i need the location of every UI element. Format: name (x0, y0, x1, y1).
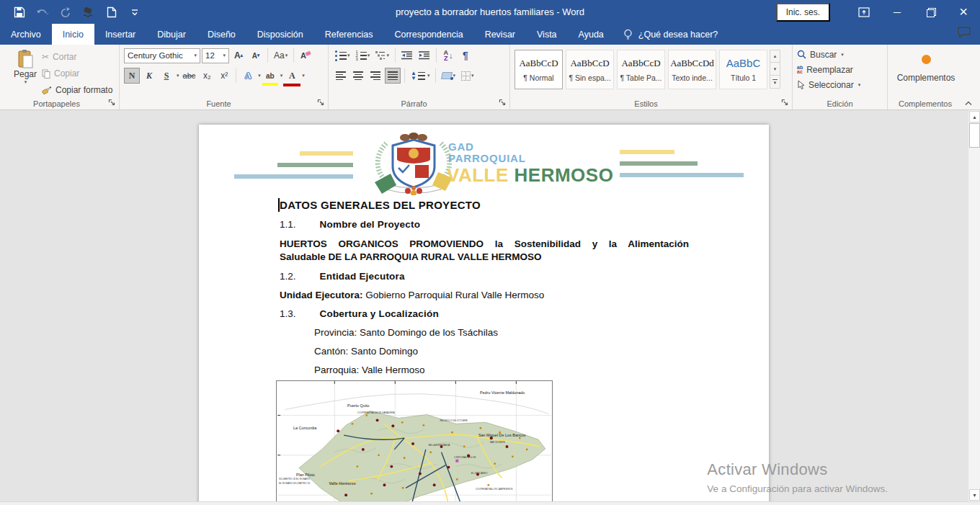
addins-button[interactable]: Complementos (897, 73, 956, 83)
style-table-paragraph[interactable]: AaBbCcD ¶ Table Pa... (617, 50, 665, 89)
shading-button[interactable]: ▾ (440, 68, 458, 84)
align-center-icon (353, 71, 363, 80)
borders-button[interactable]: ▾ (459, 68, 476, 84)
decrease-indent-button[interactable] (399, 48, 415, 63)
align-right-icon (370, 71, 380, 80)
subscript-button[interactable]: x₂ (199, 68, 215, 84)
italic-button[interactable]: K (141, 68, 157, 84)
align-center-button[interactable] (350, 68, 366, 84)
restore-button[interactable] (914, 0, 947, 24)
select-button[interactable]: Seleccionar ▾ (797, 78, 884, 91)
numbering-button[interactable]: 123 ▾ (354, 48, 373, 63)
undo-icon[interactable] (36, 6, 49, 19)
style-texto-independiente[interactable]: AaBbCcDd Texto inde... (668, 50, 716, 89)
styles-scroll-down-icon[interactable]: ▼ (770, 63, 780, 76)
strikethrough-button[interactable]: abc (181, 68, 198, 84)
group-label-editing: Edición (793, 99, 887, 108)
tab-revisar[interactable]: Revisar (474, 24, 526, 45)
comments-icon[interactable] (957, 26, 971, 38)
find-button[interactable]: Buscar ▾ (797, 48, 884, 61)
chevron-down-icon[interactable]: ▾ (280, 73, 283, 79)
minimize-button[interactable]: ─ (881, 0, 914, 24)
new-document-icon[interactable] (105, 6, 118, 19)
tab-referencias[interactable]: Referencias (314, 24, 384, 45)
title-bar: proyecto a borrador huertos familiares -… (0, 0, 980, 24)
collapse-ribbon-icon[interactable] (964, 100, 973, 107)
increase-indent-icon (419, 51, 429, 60)
change-case-button[interactable]: Aa▾ (272, 48, 290, 63)
sort-button[interactable]: AZ ↓ (440, 48, 456, 63)
scroll-down-icon[interactable]: ▼ (969, 489, 980, 501)
style-sin-espaciado[interactable]: AaBbCcD ¶ Sin espa... (566, 50, 614, 89)
style-normal[interactable]: AaBbCcD ¶ Normal (514, 50, 563, 89)
ribbon-display-options-icon[interactable] (847, 0, 881, 24)
underline-button[interactable]: S (159, 68, 174, 84)
increase-indent-button[interactable] (416, 48, 432, 63)
document-page[interactable]: GAD PARROQUIAL VALLE HERMOSO DATOS GENER… (199, 125, 769, 505)
tab-ayuda[interactable]: Ayuda (568, 24, 615, 45)
map-label-small: EL ROSARIO KILOMETRO 31 (279, 482, 310, 485)
styles-gallery-more-icon[interactable]: ▼ (770, 76, 780, 89)
superscript-button[interactable]: x² (216, 68, 232, 84)
tab-insertar[interactable]: Insertar (94, 24, 146, 45)
highlight-button[interactable]: ab (262, 68, 278, 84)
replace-icon: abac (797, 66, 803, 74)
line-spacing-button[interactable]: ▲▼ ▾ (409, 68, 432, 84)
group-clipboard: Pegar ▾ ✂ Cortar Copiar Copiar formato P… (4, 45, 120, 110)
tab-diseno[interactable]: Diseño (197, 24, 246, 45)
eraser-icon[interactable] (82, 6, 95, 19)
sign-in-button[interactable]: Inic. ses. (776, 3, 830, 22)
chevron-down-icon[interactable]: ▾ (302, 73, 305, 79)
font-color-button[interactable]: A (284, 68, 300, 84)
tab-dibujar[interactable]: Dibujar (146, 24, 197, 45)
sort-icon: AZ (443, 50, 448, 61)
clipboard-dialog-launcher-icon[interactable] (108, 99, 117, 107)
chevron-down-icon[interactable]: ▾ (177, 73, 179, 79)
location-map-image[interactable]: Puerto Quito Pedro Vicente Maldonado La … (276, 380, 553, 505)
cut-button[interactable]: ✂ Cortar (42, 50, 112, 63)
font-dialog-launcher-icon[interactable] (317, 99, 326, 107)
text-effects-button[interactable]: A (240, 68, 256, 84)
style-titulo-1[interactable]: AaBbC Título 1 (719, 50, 767, 89)
close-button[interactable]: × (947, 0, 980, 24)
tab-disposicion[interactable]: Disposición (246, 24, 314, 45)
redo-icon[interactable] (59, 6, 72, 19)
clear-formatting-button[interactable]: A (298, 48, 313, 63)
bold-button[interactable]: N (124, 68, 140, 84)
styles-scroll-up-icon[interactable]: ▲ (770, 50, 780, 63)
group-label-addins: Complementos (888, 99, 963, 108)
chevron-down-icon[interactable]: ▾ (258, 73, 261, 79)
vertical-scrollbar[interactable]: ▲ ▼ (968, 110, 980, 501)
tab-vista[interactable]: Vista (526, 24, 568, 45)
unidad-ejecutora-label: Unidad Ejecutora: (280, 290, 363, 300)
paste-button[interactable]: Pegar ▾ (9, 48, 42, 98)
logo-valle-hermoso: VALLE HERMOSO (447, 164, 613, 187)
replace-button[interactable]: abac Reemplazar (797, 63, 884, 76)
scrollbar-thumb[interactable] (969, 123, 980, 148)
styles-dialog-launcher-icon[interactable] (781, 99, 790, 107)
format-painter-button[interactable]: Copiar formato (42, 84, 112, 97)
justify-button[interactable] (385, 68, 401, 84)
tab-inicio[interactable]: Inicio (52, 24, 94, 45)
qat-customize-icon[interactable] (128, 6, 141, 19)
scroll-up-icon[interactable]: ▲ (969, 111, 980, 122)
copy-button[interactable]: Copiar (42, 67, 112, 80)
tab-archivo[interactable]: Archivo (0, 24, 52, 45)
align-left-button[interactable] (333, 68, 349, 84)
find-label: Buscar (810, 50, 837, 60)
tab-correspondencia[interactable]: Correspondencia (383, 24, 473, 45)
svg-text:A: A (300, 51, 306, 60)
show-marks-button[interactable]: ¶ (458, 48, 473, 63)
paragraph-dialog-launcher-icon[interactable] (499, 99, 507, 107)
grow-font-button[interactable]: A▴ (231, 48, 246, 63)
unidad-ejecutora-line: Unidad Ejecutora: Gobierno Parroquial Ru… (280, 290, 544, 300)
shrink-font-button[interactable]: A▾ (248, 48, 264, 63)
bullets-button[interactable]: ▾ (333, 48, 352, 63)
font-size-combobox[interactable]: 12 ▾ (202, 48, 229, 63)
multilevel-list-button[interactable]: ▾ (373, 48, 391, 63)
font-name-combobox[interactable]: Century Gothic ▾ (124, 48, 200, 63)
save-icon[interactable] (13, 6, 26, 19)
section-1-1-title: Nombre del Proyecto (320, 219, 421, 230)
tell-me-box[interactable]: ¿Qué desea hacer? (615, 24, 727, 45)
align-right-button[interactable] (368, 68, 383, 84)
